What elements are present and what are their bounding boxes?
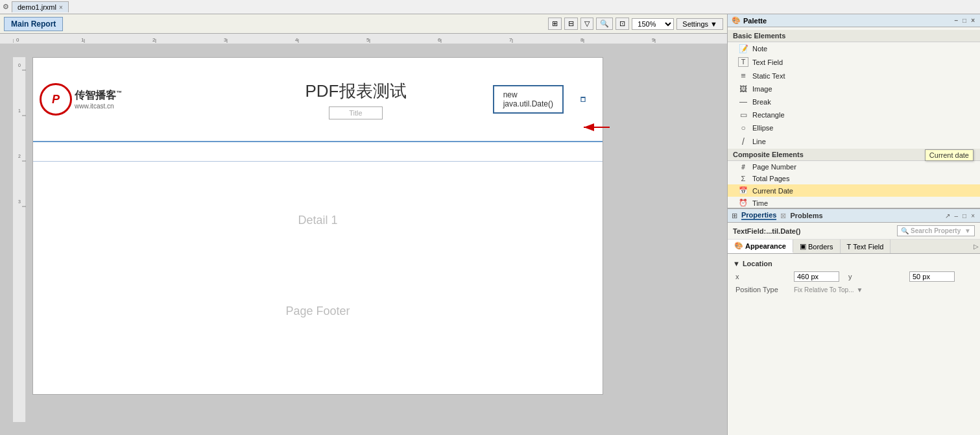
palette-item-currentdate-label: Current Date	[752, 187, 793, 195]
palette-item-currentdate[interactable]: 📅 Current Date	[728, 184, 980, 197]
report-page: P 传智播客™ www.itcast.cn PDF报表测试	[32, 57, 603, 395]
editor-panel: Main Report ⊞ ⊟ ▽ 🔍 ⊡ 150% 100% 75% 50% …	[0, 14, 727, 435]
props-close-btn[interactable]: ×	[970, 212, 976, 219]
palette-item-totalpages[interactable]: Σ Total Pages	[728, 173, 980, 184]
tab-appearance[interactable]: 🎨 Appearance	[728, 240, 793, 253]
totalpages-icon: Σ	[738, 175, 748, 182]
svg-text:7: 7	[509, 37, 512, 43]
palette-item-note-label: Note	[752, 45, 767, 53]
palette-item-note[interactable]: 📝 Note	[728, 42, 980, 55]
svg-text:3: 3	[224, 37, 227, 43]
tab-borders[interactable]: ▣ Borders	[793, 240, 841, 253]
y-value-input[interactable]	[909, 271, 955, 282]
currentdate-icon: 📅	[738, 186, 748, 195]
palette-item-image-label: Image	[752, 85, 772, 93]
svg-text:1: 1	[81, 37, 84, 43]
file-tab[interactable]: demo1.jrxml ×	[12, 1, 69, 12]
svg-text:0: 0	[16, 37, 19, 43]
line-icon: /	[738, 136, 748, 147]
props-field-name-bar: TextField:...til.Date() 🔍 Search Propert…	[728, 223, 980, 240]
props-action-btn[interactable]: ↗	[944, 212, 951, 219]
break-icon: —	[738, 97, 748, 106]
borders-tab-label: Borders	[808, 243, 833, 251]
search-placeholder: Search Property	[911, 227, 961, 234]
problems-tab-label[interactable]: Problems	[790, 212, 822, 219]
title-section: P 传智播客™ www.itcast.cn PDF报表测试	[33, 58, 603, 142]
time-icon: ⏰	[738, 199, 748, 207]
basic-elements-header: Basic Elements	[728, 30, 980, 42]
borders-tab-icon: ▣	[800, 242, 806, 251]
date-field[interactable]: new java.util.Date()	[493, 85, 564, 114]
props-row-x: x y	[733, 269, 975, 284]
palette-item-pagenumber[interactable]: # Page Number	[728, 161, 980, 173]
main-report-tab[interactable]: Main Report	[4, 17, 63, 31]
layout-btn-3[interactable]: ▽	[580, 18, 593, 30]
appearance-tab-icon: 🎨	[734, 242, 743, 250]
layout-btn-2[interactable]: ⊟	[564, 18, 578, 30]
app-icon: ⚙	[3, 3, 9, 11]
palette-item-break-label: Break	[752, 98, 771, 106]
props-row-position-type: Position Type Fix Relative To Top... ▼	[733, 284, 975, 295]
props-tabs-more-btn[interactable]: ▷	[972, 243, 980, 250]
palette-item-totalpages-label: Total Pages	[752, 175, 789, 182]
palette-item-image[interactable]: 🖼 Image	[728, 82, 980, 95]
svg-text:9: 9	[652, 37, 655, 43]
palette-item-textfield[interactable]: T Text Field	[728, 55, 980, 69]
palette-item-pagenumber-label: Page Number	[752, 163, 796, 171]
palette-title: Palette	[743, 17, 767, 25]
close-tab-button[interactable]: ×	[59, 4, 63, 11]
x-value-input[interactable]	[794, 271, 839, 282]
palette-item-rectangle[interactable]: ▭ Rectangle	[728, 108, 980, 121]
position-type-arrow: ▼	[856, 286, 863, 293]
search-icon: 🔍	[901, 227, 909, 234]
canvas-area: 0 1 2 3	[0, 44, 727, 435]
zoom-fit-btn[interactable]: ⊡	[615, 18, 629, 30]
layout-btn-1[interactable]: ⊞	[548, 18, 562, 30]
zoom-out-btn[interactable]: 🔍	[596, 18, 613, 30]
palette-item-break[interactable]: — Break	[728, 95, 980, 108]
palette-title-bar: 🎨 Palette – □ ×	[728, 14, 980, 27]
palette-item-ellipse[interactable]: ○ Ellipse	[728, 121, 980, 134]
props-tabs: 🎨 Appearance ▣ Borders T Text Field ▷	[728, 240, 980, 254]
zoom-select[interactable]: 150% 100% 75% 50%	[632, 18, 674, 30]
tab-textfield[interactable]: T Text Field	[841, 240, 891, 253]
palette-minimize-btn[interactable]: –	[953, 17, 960, 24]
pagenumber-icon: #	[738, 164, 748, 171]
location-section-label: Location	[743, 260, 772, 267]
palette-close-btn[interactable]: ×	[970, 17, 976, 24]
palette-maximize-btn[interactable]: □	[961, 17, 968, 24]
svg-text:3: 3	[18, 199, 21, 204]
y-label: y	[848, 273, 907, 280]
palette-item-time[interactable]: ⏰ Time	[728, 197, 980, 208]
search-property-input[interactable]: 🔍 Search Property ▼	[897, 225, 975, 236]
svg-text:5: 5	[366, 37, 370, 43]
footer-section: Page Footer	[33, 279, 603, 343]
horizontal-ruler: 0 1 2 3 4 5 6 7 8	[0, 34, 727, 44]
ellipse-icon: ○	[738, 123, 748, 132]
props-minimize-btn[interactable]: –	[953, 212, 960, 219]
settings-button[interactable]: Settings ▼	[676, 18, 723, 30]
props-title-bar: ⊞ Properties ⊠ Problems ↗ – □ ×	[728, 209, 980, 223]
palette-item-statictext-label: Static Text	[752, 72, 785, 80]
settings-arrow-icon: ▼	[710, 20, 717, 28]
main-container: Main Report ⊞ ⊟ ▽ 🔍 ⊡ 150% 100% 75% 50% …	[0, 14, 980, 435]
search-dropdown-icon: ▼	[964, 227, 971, 234]
position-type-value: Fix Relative To Top...	[794, 286, 854, 293]
company-website: www.itcast.cn	[75, 103, 122, 110]
palette-item-line[interactable]: / Line	[728, 134, 980, 149]
image-icon: 🖼	[738, 84, 748, 93]
svg-text:2: 2	[18, 154, 21, 158]
trademark-symbol: ™	[116, 90, 122, 96]
properties-tab-label[interactable]: Properties	[741, 211, 776, 220]
textfield-tab-label: Text Field	[853, 243, 883, 251]
svg-text:6: 6	[438, 37, 441, 43]
right-panels: 🎨 Palette – □ × Basic Elements 📝 Note T …	[727, 14, 980, 435]
palette-item-statictext[interactable]: ≡ Static Text	[728, 69, 980, 82]
location-section-header: ▼ Location	[733, 258, 975, 269]
properties-panel: ⊞ Properties ⊠ Problems ↗ – □ × TextFiel…	[728, 209, 980, 435]
palette-content: Basic Elements 📝 Note T Text Field ≡ Sta…	[728, 27, 980, 208]
statictext-icon: ≡	[738, 71, 748, 81]
props-maximize-btn[interactable]: □	[961, 212, 968, 219]
rectangle-icon: ▭	[738, 110, 748, 119]
palette-item-ellipse-label: Ellipse	[752, 124, 773, 132]
